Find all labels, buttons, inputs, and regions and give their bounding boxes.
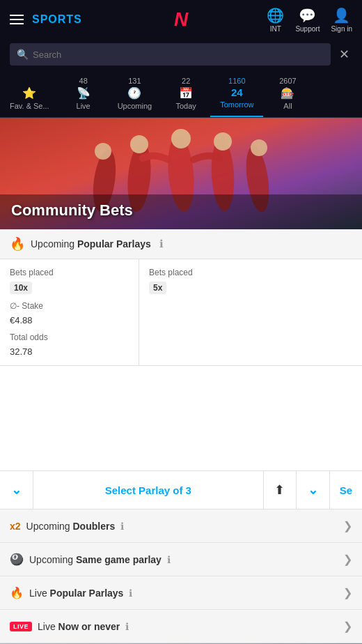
samegame-info-icon[interactable]: ℹ — [167, 554, 171, 565]
share-icon: ⬆ — [274, 482, 285, 498]
search-icon: 🔍 — [17, 49, 29, 60]
brand-logo: N — [174, 8, 188, 31]
x2-icon: x2 — [10, 521, 21, 532]
bets-placed-badge-2: 5x — [149, 282, 166, 294]
next-parlay-button[interactable]: ⌄ — [297, 471, 330, 509]
fire-icon: 🔥 — [10, 236, 25, 252]
parlay-card-1: Bets placed 10x ∅- Stake €4.88 Total odd… — [0, 259, 139, 365]
fire2-icon: 🔥 — [10, 586, 24, 599]
ball-icon: 🎱 — [10, 553, 24, 566]
search-input-wrap: 🔍 — [10, 43, 331, 66]
parlay-card-content — [0, 366, 362, 470]
search-input[interactable] — [33, 49, 324, 60]
liveparlays-chevron-icon: ❯ — [343, 586, 352, 599]
chat-icon: 💬 — [299, 7, 316, 24]
int-button[interactable]: 🌐 INT — [267, 7, 284, 33]
support-button[interactable]: 💬 Support — [295, 7, 320, 33]
tab-all[interactable]: 2607 🎰 All — [263, 71, 312, 117]
calendar-icon: 📅 — [179, 86, 193, 100]
hero-banner: Community Bets — [0, 118, 362, 229]
doublers-bold: Doublers — [73, 521, 116, 532]
nowornever-info-icon[interactable]: ℹ — [125, 621, 129, 632]
tab-upcoming[interactable]: 131 🕐 Upcoming — [108, 71, 162, 117]
tab-tomorrow[interactable]: 1160 24 Tomorrow — [210, 71, 263, 117]
all-icon: 🎰 — [281, 86, 294, 100]
live-icon: 📡 — [77, 86, 90, 100]
stake-label-1: ∅- Stake — [10, 301, 129, 311]
tab-live[interactable]: 48 📡 Live — [59, 71, 108, 117]
menu-button[interactable] — [10, 15, 24, 24]
tab-today[interactable]: 22 📅 Today — [162, 71, 210, 117]
svg-point-2 — [171, 129, 191, 148]
globe-icon: 🌐 — [267, 7, 284, 24]
doublers-prefix: Upcoming — [26, 521, 73, 532]
chevron-down-right-icon: ⌄ — [308, 482, 318, 498]
sports-label: SPORTS — [32, 13, 82, 26]
parlay-card-2: Bets placed 5x — [139, 259, 278, 365]
star-icon: ⭐ — [22, 86, 36, 100]
bets-placed-badge-1: 10x — [10, 282, 32, 294]
section-header: 🔥 Upcoming Popular Parlays ℹ — [0, 229, 362, 259]
svg-point-4 — [130, 135, 148, 153]
total-odds-value-1: 32.78 — [10, 346, 129, 357]
accordion-now-or-never[interactable]: LIVE Live Now or never ℹ ❯ — [0, 610, 362, 643]
section-prefix: Upcoming — [31, 238, 74, 250]
clock-icon: 🕐 — [127, 86, 141, 100]
stake-value-1: €4.88 — [10, 315, 129, 325]
info-icon[interactable]: ℹ — [159, 238, 164, 250]
tabs-bar: ⭐ Fav. & Se... 48 📡 Live 131 🕐 Upcoming … — [0, 71, 362, 118]
liveparlays-info-icon[interactable]: ℹ — [129, 588, 132, 599]
top-nav: SPORTS N 🌐 INT 💬 Support 👤 Sign in — [0, 0, 362, 39]
see-label: Se — [340, 484, 352, 496]
tab-favse[interactable]: ⭐ Fav. & Se... — [0, 71, 59, 117]
live-badge: LIVE — [10, 622, 32, 631]
user-icon: 👤 — [333, 7, 350, 24]
accordion-doublers[interactable]: x2 Upcoming Doublers ℹ ❯ — [0, 509, 362, 543]
svg-point-6 — [214, 132, 232, 151]
bets-placed-label-2: Bets placed — [149, 268, 269, 277]
select-parlay-bar: ⌄ Select Parlay of 3 ⬆ ⌄ Se — [0, 470, 362, 509]
liveparlays-bold: Popular Parlays — [50, 588, 124, 599]
hero-title: Community Bets — [0, 192, 144, 229]
accordion-live-parlays[interactable]: 🔥 Live Popular Parlays ℹ ❯ — [0, 576, 362, 610]
section-bold: Popular Parlays — [77, 238, 151, 250]
close-search-button[interactable]: ✕ — [336, 44, 352, 65]
samegame-prefix: Upcoming — [29, 554, 76, 565]
prev-parlay-button[interactable]: ⌄ — [0, 471, 33, 509]
nowornever-prefix: Live — [38, 621, 58, 632]
chevron-down-left-icon: ⌄ — [11, 482, 22, 498]
see-more-button[interactable]: Se — [330, 473, 362, 507]
signin-button[interactable]: 👤 Sign in — [331, 7, 352, 33]
nowornever-bold: Now or never — [58, 621, 120, 632]
parlay-cards-row: Bets placed 10x ∅- Stake €4.88 Total odd… — [0, 259, 362, 366]
accordion-same-game[interactable]: 🎱 Upcoming Same game parlay ℹ ❯ — [0, 543, 362, 576]
svg-point-10 — [251, 139, 267, 156]
select-parlay-button[interactable]: Select Parlay of 3 — [33, 473, 263, 507]
total-odds-label-1: Total odds — [10, 332, 129, 342]
svg-point-8 — [95, 143, 111, 160]
samegame-chevron-icon: ❯ — [343, 553, 352, 566]
samegame-bold: Same game parlay — [76, 554, 162, 565]
doublers-info-icon[interactable]: ℹ — [120, 521, 124, 532]
nowornever-chevron-icon: ❯ — [343, 620, 352, 633]
share-button[interactable]: ⬆ — [263, 471, 297, 509]
doublers-chevron-icon: ❯ — [343, 519, 352, 532]
liveparlays-prefix: Live — [29, 588, 50, 599]
bets-placed-label-1: Bets placed — [10, 268, 129, 277]
search-bar: 🔍 ✕ — [0, 39, 362, 71]
tomorrow-calendar-icon: 24 — [231, 86, 243, 98]
